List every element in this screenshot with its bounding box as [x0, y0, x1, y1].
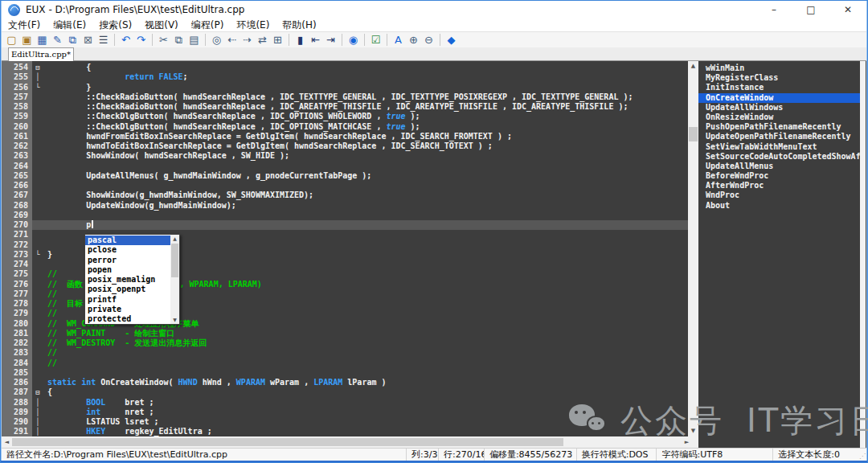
function-list-item[interactable]: AfterWndProc [698, 181, 860, 191]
redo-button[interactable]: ↷ [133, 33, 149, 47]
tab-editultra-cpp[interactable]: EditUltra.cpp* [8, 47, 74, 61]
replace-button[interactable]: ⇄ [255, 33, 270, 47]
function-list-item[interactable]: About [698, 201, 860, 211]
menu-item-1[interactable]: 编辑(E) [47, 18, 92, 31]
function-list-item[interactable]: WndProc [698, 191, 860, 200]
code-line[interactable]: 254⊟ { [2, 63, 688, 72]
function-list-item[interactable]: PushOpenPathFilenameRecently [698, 122, 860, 132]
find-prev-button[interactable]: ⇠ [224, 33, 240, 47]
prev-bookmark-button[interactable]: ⇤ [308, 33, 323, 47]
fold-marker-icon[interactable]: ⊟ [32, 63, 43, 72]
zoom-out-button[interactable]: ⊖ [421, 33, 436, 47]
code-line[interactable]: 283// [2, 348, 688, 358]
fold-marker-icon[interactable]: │ [32, 417, 43, 427]
function-list-item[interactable]: InitInstance [698, 83, 860, 92]
function-list-item[interactable]: SetSourceCodeAutoCompletedShowAft [698, 152, 860, 162]
autocomplete-item[interactable]: pclose [85, 245, 170, 255]
code-line[interactable]: 290│ LSTATUS lsret ; [2, 417, 688, 427]
function-list-item[interactable]: wWinMain [698, 64, 860, 73]
function-list-item[interactable]: UpdateAllWindows [698, 103, 860, 113]
autocomplete-scroll-thumb[interactable] [171, 244, 178, 277]
file-list-button[interactable]: ☰ [96, 33, 111, 47]
scroll-left-icon[interactable]: ◄ [2, 436, 12, 448]
autocomplete-item[interactable]: pascal [85, 236, 170, 245]
scroll-right-icon[interactable]: ► [682, 436, 692, 448]
autocomplete-scrollbar[interactable]: ▲ ▼ [170, 235, 179, 324]
vertical-scroll-thumb[interactable] [689, 127, 698, 141]
code-line[interactable]: 257 ::CheckRadioButton( hwndSearchReplac… [2, 92, 688, 102]
code-line[interactable]: 258 ::CheckRadioButton( hwndSearchReplac… [2, 102, 688, 112]
code-line[interactable]: 291│ HKEY regkey_EditUltra ; [2, 427, 688, 436]
function-list-item[interactable]: MyRegisterClass [698, 73, 860, 83]
fold-marker-icon[interactable]: ⊟ [32, 387, 43, 397]
function-list-item[interactable]: UpdateAllMenus [698, 162, 860, 171]
autocomplete-item[interactable]: popen [85, 265, 170, 275]
close-file-button[interactable]: ⊠ [80, 33, 96, 47]
copy-button[interactable]: ⧉ [171, 33, 186, 47]
code-line[interactable]: 269 [2, 211, 688, 220]
menu-item-6[interactable]: 帮助(H) [276, 18, 322, 31]
function-list-item[interactable]: UpdateOpenPathFilenameRecently [698, 132, 860, 141]
go-back-button[interactable]: ◉ [346, 33, 361, 47]
code-line[interactable]: 255│ return FALSE; [2, 72, 688, 82]
code-line[interactable]: 281// WM_PAINT - 绘制主窗口 [2, 329, 688, 338]
fold-marker-icon[interactable]: │ [32, 72, 43, 82]
editor-horizontal-scrollbar[interactable]: ◄ ► [2, 436, 698, 448]
code-line[interactable]: 270 p [2, 220, 688, 230]
close-button[interactable]: ✕ [829, 1, 866, 18]
fold-marker-icon[interactable]: └ [32, 250, 43, 260]
paste-button[interactable]: ▤ [186, 33, 202, 47]
code-line[interactable]: 260 ::CheckDlgButton( hwndSearchReplace … [2, 122, 688, 132]
autocomplete-scroll-down-icon[interactable]: ▼ [170, 316, 179, 324]
about-button[interactable]: ◆ [444, 33, 459, 47]
code-line[interactable]: 289│ int nret ; [2, 408, 688, 417]
code-line[interactable]: 266 [2, 181, 688, 191]
menu-item-0[interactable]: 文件(F) [2, 18, 47, 31]
save-as-button[interactable]: ✎ [50, 33, 65, 47]
code-line[interactable]: 259 ::CheckDlgButton( hwndSearchReplace … [2, 112, 688, 121]
function-list-item[interactable]: BeforeWndProc [698, 171, 860, 181]
function-list-item[interactable]: OnResizeWindow [698, 113, 860, 122]
next-bookmark-button[interactable]: ⇥ [323, 33, 338, 47]
code-line[interactable]: 263 ShowWindow( hwndSearchReplace , SW_H… [2, 151, 688, 161]
code-line[interactable]: 284// [2, 359, 688, 368]
code-line[interactable]: 286static int OnCreateWindow( HWND hWnd … [2, 378, 688, 387]
function-list-item[interactable]: OnCreateWindow [698, 93, 860, 103]
code-line[interactable]: 285 [2, 368, 688, 378]
menu-item-4[interactable]: 编程(P) [185, 18, 231, 31]
fold-marker-icon[interactable]: │ [32, 427, 43, 436]
code-line[interactable]: 265 UpdateAllMenus( g_hwndMainWindow , g… [2, 171, 688, 181]
bookmark-button[interactable]: ▮ [293, 33, 308, 47]
editor-vertical-scrollbar[interactable]: ▲ ▼ [688, 61, 698, 436]
autocomplete-scroll-up-icon[interactable]: ▲ [170, 235, 179, 243]
code-line[interactable]: 256└ } [2, 83, 688, 92]
code-line[interactable]: 288│ BOOL bret ; [2, 398, 688, 408]
undo-button[interactable]: ↶ [118, 33, 133, 47]
save-all-button[interactable]: ⧉ [65, 33, 80, 47]
replace-all-button[interactable]: ⊞ [270, 33, 285, 47]
menu-item-3[interactable]: 视图(V) [138, 18, 185, 31]
function-list-item[interactable]: SetViewTabWidthMenuText [698, 142, 860, 152]
code-line[interactable]: 261 hwndFromEditBoxInSearchReplace = Get… [2, 132, 688, 141]
minimize-button[interactable]: – [755, 1, 792, 18]
syntax-color-button[interactable]: A [391, 33, 406, 47]
autocomplete-item[interactable]: printf [85, 295, 170, 305]
resize-grip[interactable]: ⋰ [859, 453, 866, 460]
code-line[interactable]: 282// WM_DESTROY - 发送退出消息并返回 [2, 338, 688, 348]
zoom-in-button[interactable]: ⊕ [406, 33, 421, 47]
function-list-scrollbar[interactable] [860, 61, 866, 448]
menu-item-2[interactable]: 搜索(S) [92, 18, 138, 31]
fold-marker-icon[interactable]: │ [32, 398, 43, 408]
code-line[interactable]: 287⊟{ [2, 387, 688, 397]
autocomplete-item[interactable]: posix_memalign [85, 275, 170, 285]
menu-item-5[interactable]: 环境(E) [230, 18, 276, 31]
code-line[interactable]: 268 UpdateWindow(g_hwndMainWindow); [2, 201, 688, 211]
maximize-button[interactable]: □ [792, 1, 829, 18]
find-button[interactable]: ◎ [209, 33, 224, 47]
autocomplete-item[interactable]: protected [85, 314, 170, 324]
new-file-button[interactable]: ▢ [4, 33, 19, 47]
line-mode-button[interactable]: ☑ [368, 33, 383, 47]
scroll-down-icon[interactable]: ▼ [688, 426, 698, 436]
find-next-button[interactable]: ⇢ [240, 33, 255, 47]
cut-button[interactable]: ✂ [156, 33, 171, 47]
